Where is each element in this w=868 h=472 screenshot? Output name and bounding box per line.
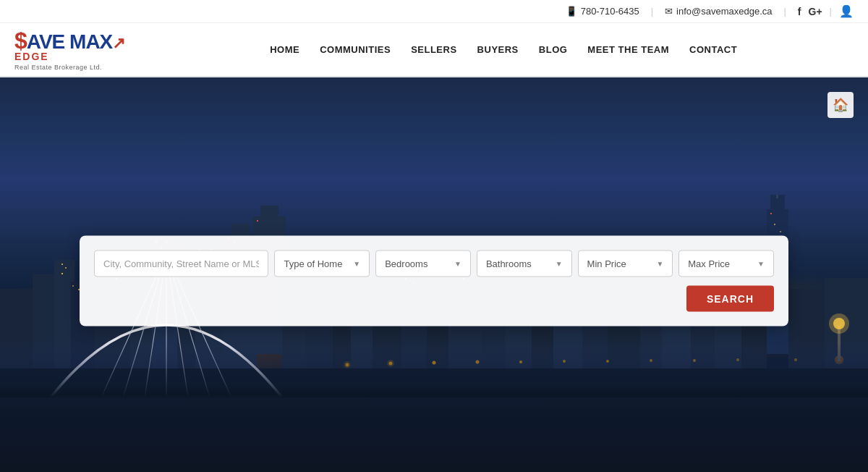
contact-info: 📱 780-710-6435 | ✉ info@savemaxedge.ca |… xyxy=(566,4,854,18)
top-bar: 📱 780-710-6435 | ✉ info@savemaxedge.ca |… xyxy=(0,0,868,23)
divider-1: | xyxy=(651,6,653,17)
svg-rect-42 xyxy=(72,285,74,287)
svg-rect-80 xyxy=(774,224,775,225)
bathrooms-chevron-icon: ▼ xyxy=(556,260,563,268)
nav-item-contact[interactable]: CONTACT xyxy=(689,41,737,59)
svg-rect-4 xyxy=(776,195,778,198)
nav-item-home[interactable]: HOME xyxy=(270,41,299,59)
search-location-wrapper xyxy=(94,250,268,277)
logo[interactable]: $AVE MAX↗ EDGE Real Estate Brokerage Ltd… xyxy=(14,29,124,71)
float-icon[interactable]: 🏠 xyxy=(827,92,854,118)
svg-rect-62 xyxy=(257,220,258,222)
search-button[interactable]: SEARCH xyxy=(686,286,774,312)
logo-max: MAX xyxy=(69,30,112,53)
bathrooms-label: Bathrooms xyxy=(486,258,532,269)
bedrooms-label: Bedrooms xyxy=(385,258,427,269)
bedrooms-chevron-icon: ▼ xyxy=(454,260,461,268)
hero-bottom-overlay xyxy=(0,397,868,472)
search-row: Type of Home ▼ Bedrooms ▼ Bathrooms ▼ xyxy=(94,250,774,277)
nav-item-meet-the-team[interactable]: MEET THE TEAM xyxy=(587,41,669,59)
bathrooms-dropdown[interactable]: Bathrooms ▼ xyxy=(477,250,572,277)
hero-section: 🏠 Type of Home ▼ Bedrooms ▼ xyxy=(0,77,868,472)
email-item[interactable]: ✉ info@savemaxedge.ca xyxy=(665,6,772,17)
phone-item[interactable]: 📱 780-710-6435 xyxy=(566,6,639,17)
nav-item-blog[interactable]: BLOG xyxy=(539,41,568,59)
logo-arrow: ↗ xyxy=(112,34,124,52)
nav-item-buyers[interactable]: BUYERS xyxy=(477,41,519,59)
max-price-label: Max Price xyxy=(688,258,730,269)
type-of-home-dropdown[interactable]: Type of Home ▼ xyxy=(274,250,370,277)
svg-rect-81 xyxy=(780,231,781,232)
svg-rect-79 xyxy=(770,213,772,214)
bedrooms-dropdown[interactable]: Bedrooms ▼ xyxy=(375,250,471,277)
min-price-chevron-icon: ▼ xyxy=(656,260,663,268)
divider-3: | xyxy=(830,6,832,17)
search-location-input[interactable] xyxy=(94,250,268,277)
svg-rect-6 xyxy=(260,206,278,220)
header: $AVE MAX↗ EDGE Real Estate Brokerage Ltd… xyxy=(0,23,868,77)
social-icons: f G+ | 👤 xyxy=(798,4,854,18)
facebook-icon[interactable]: f xyxy=(798,6,801,17)
divider-2: | xyxy=(783,6,786,17)
svg-rect-41 xyxy=(61,273,63,274)
min-price-dropdown[interactable]: Min Price ▼ xyxy=(578,250,673,277)
svg-point-108 xyxy=(829,313,849,334)
googleplus-icon[interactable]: G+ xyxy=(809,6,822,17)
type-chevron-icon: ▼ xyxy=(353,260,360,268)
max-price-chevron-icon: ▼ xyxy=(757,260,765,268)
min-price-label: Min Price xyxy=(587,258,626,269)
svg-rect-109 xyxy=(0,340,868,397)
logo-subtitle: Real Estate Brokerage Ltd. xyxy=(14,64,124,71)
max-price-dropdown[interactable]: Max Price ▼ xyxy=(678,250,774,277)
svg-rect-39 xyxy=(61,264,63,265)
type-of-home-label: Type of Home xyxy=(284,258,342,269)
main-nav: HOME COMMUNITIES SELLERS BUYERS BLOG MEE… xyxy=(153,41,854,59)
logo-dollar: $ xyxy=(14,28,27,54)
email-address: info@savemaxedge.ca xyxy=(676,6,772,17)
svg-rect-40 xyxy=(65,267,67,269)
logo-save: AVE xyxy=(27,30,65,53)
email-icon: ✉ xyxy=(665,6,673,17)
house-icon: 🏠 xyxy=(833,97,848,113)
nav-item-sellers[interactable]: SELLERS xyxy=(411,41,456,59)
nav-item-communities[interactable]: COMMUNITIES xyxy=(320,41,391,59)
search-button-wrapper: SEARCH xyxy=(94,286,774,312)
phone-number: 780-710-6435 xyxy=(581,6,639,17)
search-panel: Type of Home ▼ Bedrooms ▼ Bathrooms ▼ xyxy=(80,236,788,326)
phone-icon: 📱 xyxy=(566,6,577,17)
user-icon[interactable]: 👤 xyxy=(839,4,854,18)
